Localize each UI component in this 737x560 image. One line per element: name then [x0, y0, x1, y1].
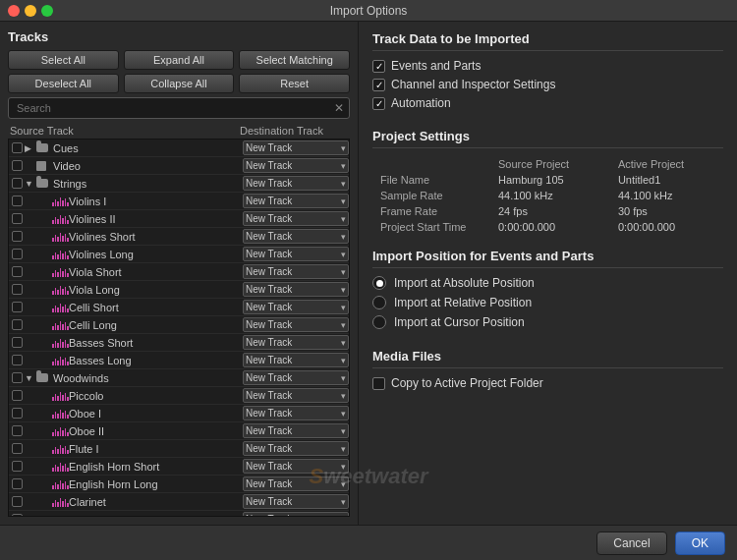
- close-button[interactable]: [8, 5, 20, 17]
- destination-select[interactable]: New Track: [243, 494, 349, 509]
- track-destination[interactable]: New Track: [243, 476, 349, 491]
- ok-button[interactable]: OK: [675, 532, 725, 555]
- track-destination[interactable]: New Track: [243, 282, 349, 297]
- radio-option-row[interactable]: Import at Cursor Position: [372, 315, 723, 329]
- track-checkbox[interactable]: [9, 231, 25, 242]
- media-checkbox[interactable]: [372, 377, 385, 390]
- track-row[interactable]: PiccoloNew Track: [9, 387, 349, 405]
- search-clear-icon[interactable]: ✕: [334, 101, 344, 115]
- destination-select[interactable]: New Track: [243, 229, 349, 244]
- reset-button[interactable]: Reset: [239, 74, 350, 93]
- track-checkbox[interactable]: [9, 249, 25, 259]
- track-checkbox[interactable]: [9, 160, 25, 171]
- collapse-all-button[interactable]: Collapse All: [124, 74, 235, 93]
- destination-select[interactable]: New Track: [243, 476, 349, 491]
- destination-select[interactable]: New Track: [243, 406, 349, 420]
- track-checkbox[interactable]: [9, 514, 25, 517]
- track-row[interactable]: Violines ShortNew Track: [9, 228, 349, 246]
- track-destination[interactable]: New Track: [243, 512, 349, 517]
- track-row[interactable]: ▼WoodwindsNew Track: [9, 369, 349, 387]
- destination-select[interactable]: New Track: [243, 211, 349, 226]
- track-checkbox[interactable]: [9, 284, 25, 295]
- destination-select[interactable]: New Track: [243, 176, 349, 191]
- track-row[interactable]: Viola LongNew Track: [9, 281, 349, 299]
- destination-select[interactable]: New Track: [243, 282, 349, 297]
- destination-select[interactable]: New Track: [243, 353, 349, 367]
- track-checkbox[interactable]: [9, 443, 25, 454]
- radio-button-2[interactable]: [372, 315, 386, 329]
- maximize-button[interactable]: [41, 5, 53, 17]
- track-destination[interactable]: New Track: [243, 335, 349, 350]
- track-destination[interactable]: New Track: [243, 158, 349, 173]
- track-row[interactable]: Violines LongNew Track: [9, 246, 349, 263]
- track-row[interactable]: Oboe INew Track: [9, 405, 349, 422]
- track-destination[interactable]: New Track: [243, 229, 349, 244]
- track-destination[interactable]: New Track: [243, 494, 349, 509]
- track-row[interactable]: Celli LongNew Track: [9, 316, 349, 334]
- destination-select[interactable]: New Track: [243, 335, 349, 350]
- cancel-button[interactable]: Cancel: [596, 532, 666, 555]
- track-checkbox[interactable]: [9, 178, 25, 189]
- track-row[interactable]: BassoonNew Track: [9, 511, 349, 517]
- track-row[interactable]: Violins INew Track: [9, 193, 349, 210]
- track-checkbox[interactable]: [9, 408, 25, 419]
- destination-select[interactable]: New Track: [243, 459, 349, 474]
- window-controls[interactable]: [8, 5, 53, 17]
- track-destination[interactable]: New Track: [243, 264, 349, 279]
- radio-option-row[interactable]: Import at Relative Position: [372, 296, 723, 309]
- destination-select[interactable]: New Track: [243, 300, 349, 314]
- radio-button-0[interactable]: [372, 276, 386, 290]
- tracks-list[interactable]: ▶CuesNew TrackVideoNew Track▼StringsNew …: [8, 139, 350, 517]
- destination-select[interactable]: New Track: [243, 194, 349, 208]
- track-checkbox[interactable]: [9, 390, 25, 401]
- track-checkbox[interactable]: [9, 213, 25, 224]
- track-destination[interactable]: New Track: [243, 176, 349, 191]
- destination-select[interactable]: New Track: [243, 388, 349, 403]
- track-destination[interactable]: New Track: [243, 370, 349, 385]
- track-destination[interactable]: New Track: [243, 423, 349, 438]
- track-destination[interactable]: New Track: [243, 300, 349, 314]
- track-checkbox[interactable]: [9, 496, 25, 507]
- destination-select[interactable]: New Track: [243, 423, 349, 438]
- track-row[interactable]: English Horn ShortNew Track: [9, 458, 349, 476]
- track-row[interactable]: Celli ShortNew Track: [9, 299, 349, 316]
- track-destination[interactable]: New Track: [243, 406, 349, 420]
- track-destination[interactable]: New Track: [243, 388, 349, 403]
- track-data-checkbox-2[interactable]: [372, 97, 385, 110]
- track-destination[interactable]: New Track: [243, 317, 349, 332]
- track-row[interactable]: VideoNew Track: [9, 157, 349, 175]
- track-checkbox[interactable]: [9, 196, 25, 206]
- track-checkbox[interactable]: [9, 355, 25, 365]
- track-destination[interactable]: New Track: [243, 194, 349, 208]
- destination-select[interactable]: New Track: [243, 264, 349, 279]
- destination-select[interactable]: New Track: [243, 317, 349, 332]
- track-checkbox[interactable]: [9, 337, 25, 348]
- track-destination[interactable]: New Track: [243, 441, 349, 456]
- track-checkbox[interactable]: [9, 372, 25, 383]
- track-checkbox[interactable]: [9, 319, 25, 330]
- track-row[interactable]: Oboe IINew Track: [9, 422, 349, 440]
- track-data-checkbox-1[interactable]: [372, 79, 385, 91]
- track-row[interactable]: ▼StringsNew Track: [9, 175, 349, 193]
- track-row[interactable]: ▶CuesNew Track: [9, 140, 349, 157]
- destination-select[interactable]: New Track: [243, 512, 349, 517]
- track-row[interactable]: Flute INew Track: [9, 440, 349, 458]
- deselect-all-button[interactable]: Deselect All: [8, 74, 119, 93]
- track-destination[interactable]: New Track: [243, 353, 349, 367]
- track-row[interactable]: Basses LongNew Track: [9, 352, 349, 369]
- select-matching-button[interactable]: Select Matching: [239, 50, 350, 70]
- track-destination[interactable]: New Track: [243, 247, 349, 261]
- destination-select[interactable]: New Track: [243, 158, 349, 173]
- track-checkbox[interactable]: [9, 266, 25, 277]
- select-all-button[interactable]: Select All: [8, 50, 119, 70]
- destination-select[interactable]: New Track: [243, 247, 349, 261]
- track-row[interactable]: Viola ShortNew Track: [9, 263, 349, 281]
- track-row[interactable]: Basses ShortNew Track: [9, 334, 349, 352]
- destination-select[interactable]: New Track: [243, 370, 349, 385]
- track-row[interactable]: ClarinetNew Track: [9, 493, 349, 511]
- destination-select[interactable]: New Track: [243, 140, 349, 155]
- track-checkbox[interactable]: [9, 142, 25, 153]
- track-destination[interactable]: New Track: [243, 459, 349, 474]
- search-input[interactable]: [8, 97, 350, 119]
- minimize-button[interactable]: [25, 5, 36, 17]
